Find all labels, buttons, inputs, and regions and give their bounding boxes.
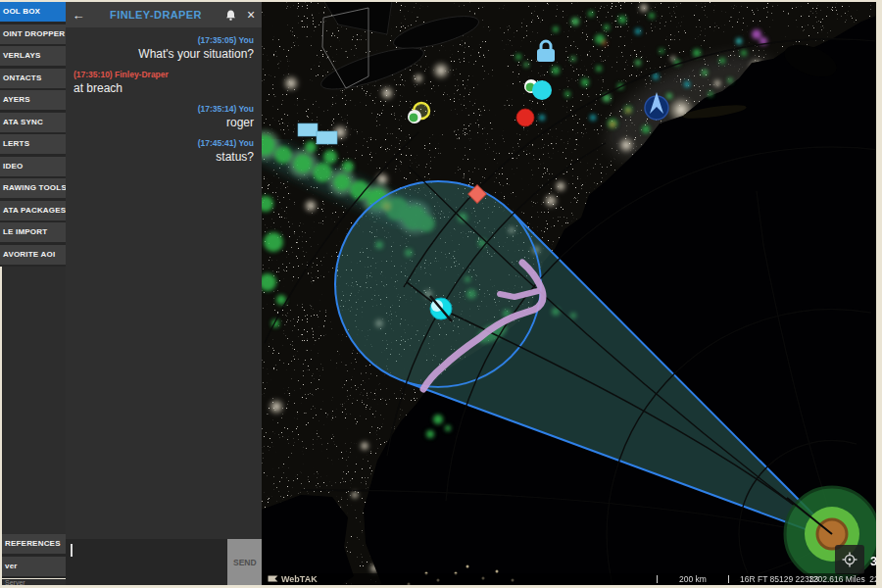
sidebar-item-data-packages[interactable]: ATA PACKAGES — [0, 201, 66, 220]
message-text: roger — [74, 116, 254, 129]
message-meta: (17:35:14) You — [74, 104, 254, 114]
sidebar-item-toolbox[interactable]: OOL BOX — [0, 2, 66, 22]
tool-sidebar: OOL BOX OINT DROPPER VERLAYS ONTACTS AYE… — [0, 2, 66, 585]
sidebar-item-data-sync[interactable]: ATA SYNC — [0, 113, 66, 132]
message-meta: (17:35:10) Finley-Draper — [74, 70, 254, 79]
chat-message: (17:35:05) You What's your situation? — [74, 35, 254, 61]
sidebar-spacer — [2, 267, 66, 534]
bell-icon[interactable] — [220, 9, 240, 22]
message-text: What's your situation? — [74, 47, 254, 61]
chat-message: (17:45:41) You status? — [74, 138, 254, 164]
message-text: at breach — [74, 81, 254, 95]
sidebar-item-overlays[interactable]: VERLAYS — [0, 46, 66, 66]
gps-locate-button[interactable] — [835, 545, 864, 574]
frame-edge-left — [0, 267, 2, 585]
webtak-watermark: WebTAK — [281, 573, 318, 585]
map-canvas[interactable] — [262, 2, 876, 585]
map-status-bar: WebTAK 200 km 16R FT 85129 22333 1202.61… — [262, 573, 876, 585]
sidebar-item-preferences[interactable]: REFERENCES — [2, 534, 66, 554]
red-circle-marker[interactable] — [516, 109, 534, 126]
sidebar-menu: OOL BOX OINT DROPPER VERLAYS ONTACTS AYE… — [0, 2, 66, 267]
chat-input[interactable] — [66, 539, 227, 585]
scale-tick — [657, 575, 658, 583]
frame-edge-right — [876, 2, 882, 585]
chat-messages: (17:35:05) You What's your situation? (1… — [66, 27, 262, 172]
webtak-brand: WebTAK — [268, 573, 318, 585]
chat-message: (17:35:10) Finley-Draper at breach — [74, 70, 254, 95]
message-meta: (17:45:41) You — [74, 138, 254, 148]
range-bearing-readout: 1202.616 Miles 226. — [808, 573, 876, 585]
map-viewport[interactable]: 3 WebTAK 200 km 16R FT 85129 22333 1202.… — [262, 2, 876, 585]
webtak-flag-icon — [268, 575, 278, 583]
blue-rect-marker[interactable] — [298, 123, 318, 136]
close-icon[interactable]: × — [240, 7, 262, 23]
message-meta: (17:35:05) You — [74, 35, 254, 45]
sidebar-item-contacts[interactable]: ONTACTS — [0, 69, 66, 88]
webtak-app: OOL BOX OINT DROPPER VERLAYS ONTACTS AYE… — [0, 0, 882, 588]
sidebar-item-alerts[interactable]: LERTS — [0, 134, 66, 154]
sidebar-item-server[interactable]: ver — [2, 557, 66, 576]
back-icon[interactable]: ← — [66, 8, 91, 23]
scale-label: 200 km — [663, 573, 722, 585]
chat-title: FINLEY-DRAPER — [91, 9, 220, 21]
scale-tick — [728, 575, 729, 583]
sidebar-item-point-dropper[interactable]: OINT DROPPER — [0, 24, 66, 44]
blue-rect-marker[interactable] — [317, 131, 337, 144]
chat-panel: ← FINLEY-DRAPER × (17:35:05) You What's … — [66, 2, 262, 585]
sidebar-item-drawing-tools[interactable]: RAWING TOOLS — [0, 178, 66, 198]
sidebar-menu-bottom: REFERENCES ver — [2, 534, 66, 578]
crosshair-icon — [842, 552, 858, 567]
mgrs-coordinates: 16R FT 85129 22333 — [740, 573, 818, 585]
sidebar-item-favorite-aoi[interactable]: AVORITE AOI — [0, 245, 66, 265]
sidebar-item-video[interactable]: IDEO — [0, 157, 66, 176]
message-text: status? — [74, 150, 254, 164]
text-cursor — [71, 544, 73, 557]
send-button[interactable]: SEND — [227, 539, 262, 585]
sidebar-item-file-import[interactable]: LE IMPORT — [0, 222, 66, 242]
sidebar-item-layers[interactable]: AYERS — [0, 90, 66, 110]
frame-edge-top — [0, 0, 882, 2]
chat-message: (17:35:14) You roger — [74, 104, 254, 129]
chat-input-row: SEND — [66, 539, 262, 585]
chat-header: ← FINLEY-DRAPER × — [66, 2, 262, 27]
